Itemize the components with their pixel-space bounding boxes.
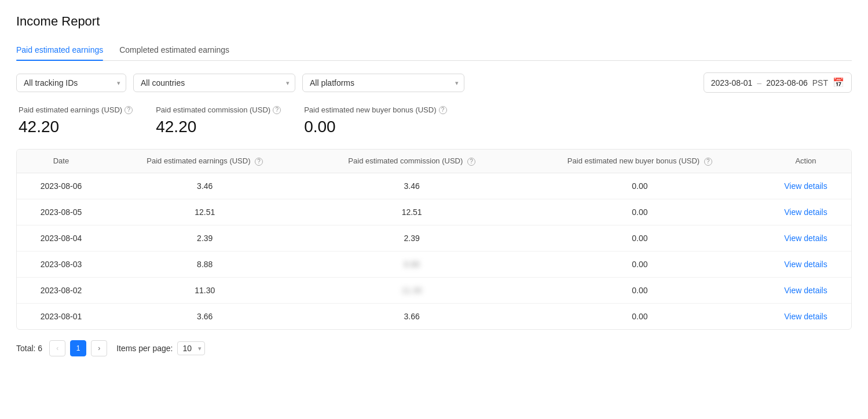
next-page-button[interactable]: › bbox=[91, 340, 107, 356]
tracking-id-select[interactable]: All tracking IDs bbox=[16, 74, 126, 92]
commission-value-blurred: 11.30 bbox=[402, 286, 422, 295]
table-row: 2023-08-03 8.88 8.88 0.00 View details bbox=[17, 251, 851, 277]
cell-commission: 11.30 bbox=[305, 277, 519, 303]
page-container: Income Report Paid estimated earnings Co… bbox=[0, 0, 868, 370]
summary-bonus-label: Paid estimated new buyer bonus (USD) ? bbox=[304, 105, 446, 114]
col-bonus: Paid estimated new buyer bonus (USD) ? bbox=[519, 150, 760, 173]
cell-action[interactable]: View details bbox=[760, 303, 851, 329]
chevron-right-icon: › bbox=[98, 344, 100, 352]
cell-date: 2023-08-05 bbox=[17, 199, 105, 225]
cell-bonus: 0.00 bbox=[519, 173, 760, 199]
summary-earnings-value: 42.20 bbox=[19, 118, 133, 136]
tab-completed[interactable]: Completed estimated earnings bbox=[119, 39, 229, 60]
items-per-page-control: Items per page: 10 20 50 ▾ bbox=[116, 341, 205, 355]
date-from: 2023-08-01 bbox=[711, 78, 753, 88]
cell-date: 2023-08-06 bbox=[17, 173, 105, 199]
table-row: 2023-08-02 11.30 11.30 0.00 View details bbox=[17, 277, 851, 303]
commission-value: 12.51 bbox=[402, 207, 422, 217]
table-row: 2023-08-01 3.66 3.66 0.00 View details bbox=[17, 303, 851, 329]
cell-bonus: 0.00 bbox=[519, 251, 760, 277]
table-header-row: Date Paid estimated earnings (USD) ? Pai… bbox=[17, 150, 851, 173]
table-row: 2023-08-06 3.46 3.46 0.00 View details bbox=[17, 173, 851, 199]
countries-filter[interactable]: All countries ▾ bbox=[133, 74, 295, 92]
timezone-label: PST bbox=[812, 78, 828, 88]
date-range-picker[interactable]: 2023-08-01 – 2023-08-06 PST 📅 bbox=[704, 72, 852, 93]
summary-commission-label: Paid estimated commission (USD) ? bbox=[156, 105, 281, 114]
col-earnings: Paid estimated earnings (USD) ? bbox=[105, 150, 305, 173]
commission-value: 3.66 bbox=[404, 312, 420, 321]
bonus-help-icon[interactable]: ? bbox=[439, 106, 447, 114]
commission-help-icon[interactable]: ? bbox=[273, 106, 281, 114]
data-table: Date Paid estimated earnings (USD) ? Pai… bbox=[17, 150, 851, 329]
cell-commission: 3.66 bbox=[305, 303, 519, 329]
cell-action[interactable]: View details bbox=[760, 225, 851, 251]
cell-action[interactable]: View details bbox=[760, 199, 851, 225]
cell-bonus: 0.00 bbox=[519, 277, 760, 303]
cell-earnings: 3.66 bbox=[105, 303, 305, 329]
cell-action[interactable]: View details bbox=[760, 277, 851, 303]
view-details-link[interactable]: View details bbox=[784, 260, 827, 269]
items-per-page-select[interactable]: 10 20 50 bbox=[177, 341, 205, 355]
cell-date: 2023-08-01 bbox=[17, 303, 105, 329]
table-row: 2023-08-05 12.51 12.51 0.00 View details bbox=[17, 199, 851, 225]
countries-select[interactable]: All countries bbox=[133, 74, 295, 92]
page-1-button[interactable]: 1 bbox=[70, 340, 86, 356]
tabs-container: Paid estimated earnings Completed estima… bbox=[16, 39, 852, 61]
table-row: 2023-08-04 2.39 2.39 0.00 View details bbox=[17, 225, 851, 251]
filters-bar: All tracking IDs ▾ All countries ▾ All p… bbox=[16, 72, 852, 93]
commission-value: 2.39 bbox=[404, 234, 420, 243]
cell-action[interactable]: View details bbox=[760, 173, 851, 199]
prev-page-button[interactable]: ‹ bbox=[49, 340, 65, 356]
date-to: 2023-08-06 bbox=[766, 78, 808, 88]
earnings-help-icon[interactable]: ? bbox=[124, 106, 133, 114]
col-earnings-help-icon[interactable]: ? bbox=[255, 158, 263, 166]
view-details-link[interactable]: View details bbox=[784, 312, 827, 321]
tracking-id-filter[interactable]: All tracking IDs ▾ bbox=[16, 74, 126, 92]
cell-earnings: 11.30 bbox=[105, 277, 305, 303]
cell-commission: 3.46 bbox=[305, 173, 519, 199]
platforms-select[interactable]: All platforms bbox=[302, 74, 464, 92]
view-details-link[interactable]: View details bbox=[784, 234, 827, 243]
view-details-link[interactable]: View details bbox=[784, 286, 827, 295]
platforms-filter[interactable]: All platforms ▾ bbox=[302, 74, 464, 92]
col-bonus-help-icon[interactable]: ? bbox=[704, 158, 712, 166]
summary-earnings: Paid estimated earnings (USD) ? 42.20 bbox=[19, 105, 133, 136]
commission-value-blurred: 8.88 bbox=[404, 260, 420, 269]
summary-new-buyer-bonus: Paid estimated new buyer bonus (USD) ? 0… bbox=[304, 105, 446, 136]
table-body: 2023-08-06 3.46 3.46 0.00 View details 2… bbox=[17, 173, 851, 329]
tab-paid[interactable]: Paid estimated earnings bbox=[16, 39, 103, 60]
cell-earnings: 8.88 bbox=[105, 251, 305, 277]
view-details-link[interactable]: View details bbox=[784, 207, 827, 217]
summary-earnings-label: Paid estimated earnings (USD) ? bbox=[19, 105, 133, 114]
cell-date: 2023-08-03 bbox=[17, 251, 105, 277]
cell-commission: 8.88 bbox=[305, 251, 519, 277]
pagination-bar: Total: 6 ‹ 1 › Items per page: 10 20 50 … bbox=[16, 340, 852, 356]
cell-bonus: 0.00 bbox=[519, 303, 760, 329]
col-commission-help-icon[interactable]: ? bbox=[467, 158, 475, 166]
cell-bonus: 0.00 bbox=[519, 199, 760, 225]
summary-section: Paid estimated earnings (USD) ? 42.20 Pa… bbox=[16, 105, 852, 136]
cell-bonus: 0.00 bbox=[519, 225, 760, 251]
total-count: Total: 6 bbox=[16, 344, 42, 353]
col-action: Action bbox=[760, 150, 851, 173]
page-title: Income Report bbox=[16, 14, 852, 29]
data-table-container: Date Paid estimated earnings (USD) ? Pai… bbox=[16, 149, 852, 330]
summary-commission: Paid estimated commission (USD) ? 42.20 bbox=[156, 105, 281, 136]
items-per-page-label: Items per page: bbox=[116, 344, 173, 353]
calendar-icon[interactable]: 📅 bbox=[833, 77, 844, 88]
col-date: Date bbox=[17, 150, 105, 173]
summary-commission-value: 42.20 bbox=[156, 118, 281, 136]
items-per-page-wrapper[interactable]: 10 20 50 ▾ bbox=[177, 341, 205, 355]
chevron-left-icon: ‹ bbox=[56, 344, 58, 352]
cell-earnings: 2.39 bbox=[105, 225, 305, 251]
cell-earnings: 12.51 bbox=[105, 199, 305, 225]
date-separator: – bbox=[757, 78, 761, 88]
cell-commission: 12.51 bbox=[305, 199, 519, 225]
cell-date: 2023-08-02 bbox=[17, 277, 105, 303]
cell-date: 2023-08-04 bbox=[17, 225, 105, 251]
col-commission: Paid estimated commission (USD) ? bbox=[305, 150, 519, 173]
view-details-link[interactable]: View details bbox=[784, 181, 827, 191]
cell-action[interactable]: View details bbox=[760, 251, 851, 277]
cell-commission: 2.39 bbox=[305, 225, 519, 251]
summary-bonus-value: 0.00 bbox=[304, 118, 446, 136]
